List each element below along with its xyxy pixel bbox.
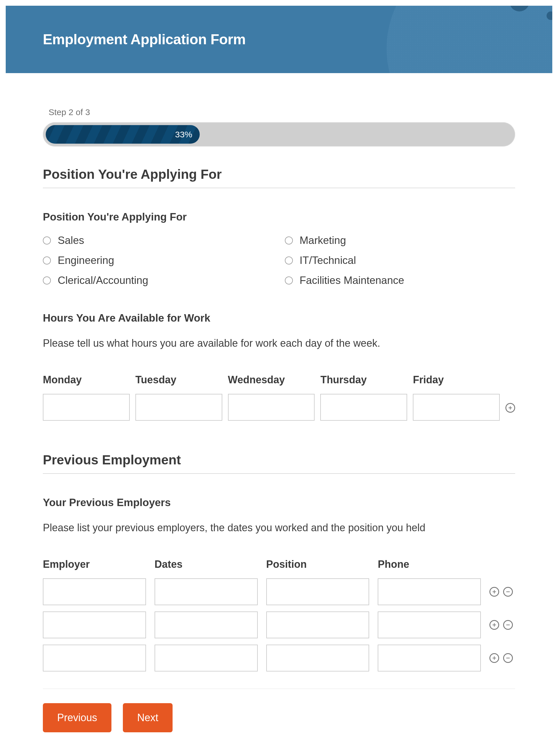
position-option[interactable]: Sales [43, 234, 274, 246]
hours-column-header: Thursday [320, 374, 407, 386]
form-title: Employment Application Form [43, 31, 246, 48]
radio-icon[interactable] [43, 277, 51, 284]
employers-table: EmployerDatesPositionPhone [43, 558, 515, 672]
position-option-label[interactable]: Marketing [300, 234, 346, 246]
radio-icon[interactable] [285, 277, 293, 284]
section-title-position: Position You're Applying For [43, 166, 515, 188]
employer-phone-input[interactable] [378, 611, 481, 638]
hours-column-header: Friday [413, 374, 500, 386]
form-header: Employment Application Form [6, 6, 552, 73]
employer-employer-input[interactable] [43, 611, 146, 638]
position-options: SalesMarketingEngineeringIT/TechnicalCle… [43, 234, 515, 286]
hours-input[interactable] [135, 394, 222, 421]
progress-bar-container: 33% [43, 122, 515, 147]
employer-column-header: Employer [43, 558, 146, 570]
employer-dates-input[interactable] [155, 578, 258, 605]
employer-position-input[interactable] [266, 645, 370, 672]
employer-employer-input[interactable] [43, 578, 146, 605]
hours-input[interactable] [320, 394, 407, 421]
position-option-label[interactable]: Clerical/Accounting [58, 275, 148, 286]
employer-row [43, 611, 515, 638]
remove-row-icon[interactable] [503, 587, 513, 597]
employer-employer-input[interactable] [43, 645, 146, 672]
hours-field-label: Hours You Are Available for Work [43, 312, 515, 324]
next-button[interactable]: Next [123, 703, 173, 732]
hours-availability-table: MondayTuesdayWednesdayThursdayFriday [43, 374, 515, 421]
employer-phone-input[interactable] [378, 645, 481, 672]
hours-column-header: Monday [43, 374, 130, 386]
progress-bar-fill: 33% [46, 125, 200, 144]
remove-row-icon[interactable] [503, 653, 513, 663]
step-indicator: Step 2 of 3 [49, 107, 515, 117]
position-option[interactable]: IT/Technical [285, 255, 515, 266]
employers-field-label: Your Previous Employers [43, 497, 515, 509]
employer-phone-input[interactable] [378, 578, 481, 605]
add-row-icon[interactable] [489, 620, 499, 630]
employer-row [43, 645, 515, 672]
employer-column-header: Dates [155, 558, 258, 570]
add-row-icon[interactable] [489, 587, 499, 597]
hours-description: Please tell us what hours you are availa… [43, 336, 515, 351]
employer-dates-input[interactable] [155, 645, 258, 672]
position-option[interactable]: Marketing [285, 234, 515, 246]
position-option-label[interactable]: Sales [58, 234, 84, 246]
position-option-label[interactable]: Engineering [58, 255, 114, 266]
hours-input[interactable] [413, 394, 500, 421]
employer-position-input[interactable] [266, 611, 370, 638]
employer-column-header: Position [266, 558, 370, 570]
radio-icon[interactable] [285, 236, 293, 244]
hours-column-header: Tuesday [135, 374, 222, 386]
add-row-icon[interactable] [505, 403, 515, 413]
remove-row-icon[interactable] [503, 620, 513, 630]
hours-column-header: Wednesday [228, 374, 315, 386]
progress-percent-text: 33% [175, 130, 192, 139]
position-option[interactable]: Engineering [43, 255, 274, 266]
position-option[interactable]: Clerical/Accounting [43, 275, 274, 286]
employer-position-input[interactable] [266, 578, 370, 605]
header-decoration [386, 6, 552, 73]
radio-icon[interactable] [43, 257, 51, 264]
employer-column-header: Phone [378, 558, 481, 570]
employer-dates-input[interactable] [155, 611, 258, 638]
hours-input[interactable] [228, 394, 315, 421]
position-field-label: Position You're Applying For [43, 211, 515, 223]
section-title-previous-employment: Previous Employment [43, 452, 515, 474]
position-option-label[interactable]: Facilities Maintenance [300, 275, 404, 286]
position-option-label[interactable]: IT/Technical [300, 255, 356, 266]
position-option[interactable]: Facilities Maintenance [285, 275, 515, 286]
radio-icon[interactable] [285, 257, 293, 264]
employer-row [43, 578, 515, 605]
hours-input[interactable] [43, 394, 130, 421]
radio-icon[interactable] [43, 236, 51, 244]
footer-divider [43, 688, 515, 689]
previous-button[interactable]: Previous [43, 703, 111, 732]
add-row-icon[interactable] [489, 653, 499, 663]
employers-description: Please list your previous employers, the… [43, 520, 515, 536]
